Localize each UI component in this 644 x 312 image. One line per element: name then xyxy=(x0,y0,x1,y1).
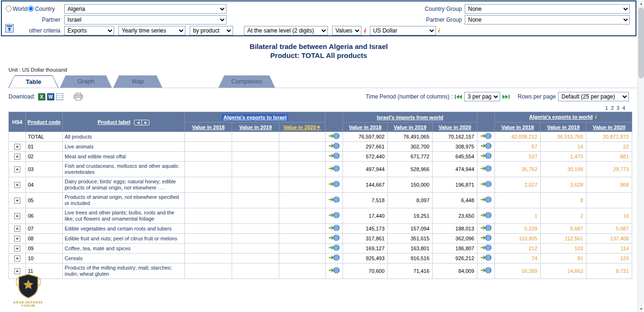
trade-globe-icon[interactable] xyxy=(481,152,492,159)
globe-link-cell[interactable] xyxy=(326,244,343,254)
time-period-select[interactable]: 3 per page xyxy=(464,92,500,101)
page-link[interactable]: 1 xyxy=(605,105,608,111)
globe-link-cell[interactable] xyxy=(477,208,495,224)
group-header-israel-imports-world[interactable]: Israel's imports from world xyxy=(343,112,477,123)
tab-table[interactable]: Table xyxy=(8,75,59,88)
globe-link-cell[interactable] xyxy=(477,162,495,177)
download-text-icon[interactable] xyxy=(56,93,63,100)
product-label-text[interactable]: Product label xyxy=(98,119,131,125)
scrollbar-thumb[interactable] xyxy=(638,8,644,78)
trade-globe-icon[interactable] xyxy=(329,152,340,159)
globe-link-cell[interactable] xyxy=(326,254,343,263)
tab-graph[interactable]: Graph xyxy=(60,75,112,88)
globe-link-cell[interactable] xyxy=(326,152,343,162)
trade-flow-select[interactable]: Exports xyxy=(64,26,114,35)
trade-globe-icon[interactable] xyxy=(481,165,492,172)
trade-globe-icon[interactable] xyxy=(329,224,340,231)
globe-link-cell[interactable] xyxy=(477,224,495,234)
next-period-icon[interactable] xyxy=(502,94,510,99)
globe-link-cell[interactable] xyxy=(326,208,343,224)
trade-globe-icon[interactable] xyxy=(481,132,492,140)
trade-globe-icon[interactable] xyxy=(329,132,340,140)
column-pager-icon[interactable]: ◄► xyxy=(134,120,150,125)
trade-globe-icon[interactable] xyxy=(329,165,340,172)
trade-globe-icon[interactable] xyxy=(481,196,492,203)
group-header-algeria-exports-world[interactable]: Algeria's exports to world i xyxy=(495,112,632,123)
globe-link-cell[interactable] xyxy=(326,263,343,279)
year-column-header[interactable]: Value in 2019 xyxy=(388,123,433,132)
pager-right-icon[interactable]: ► xyxy=(142,120,148,125)
country-group-select[interactable]: None xyxy=(465,4,630,14)
globe-link-cell[interactable] xyxy=(326,132,343,142)
trade-globe-icon[interactable] xyxy=(329,212,340,219)
sorted-year-column-header[interactable]: Value in 2020▼ xyxy=(279,123,326,132)
expand-button[interactable]: + xyxy=(14,246,20,252)
country-radio-option[interactable]: Country xyxy=(28,6,55,12)
year-column-header[interactable]: Value in 2018 xyxy=(495,123,541,132)
trade-globe-icon[interactable] xyxy=(481,224,492,231)
values-select[interactable]: Values xyxy=(332,26,361,35)
pager-left-icon[interactable]: ◄ xyxy=(136,120,140,125)
trade-globe-icon[interactable] xyxy=(329,196,340,203)
expand-button[interactable]: + xyxy=(14,166,20,172)
globe-link-cell[interactable] xyxy=(477,263,495,279)
trade-globe-icon[interactable] xyxy=(481,181,492,188)
trade-globe-icon[interactable] xyxy=(329,254,340,261)
expand-button[interactable]: + xyxy=(14,182,20,188)
trade-globe-icon[interactable] xyxy=(329,234,340,241)
group-header-algeria-exports-israel[interactable]: Algeria's exports to Israel xyxy=(185,112,326,123)
globe-link-cell[interactable] xyxy=(477,254,495,263)
page-link[interactable]: 3 xyxy=(617,105,619,111)
col-header-product-code[interactable]: Product code xyxy=(26,112,63,132)
tab-map[interactable]: Map xyxy=(113,75,162,88)
time-series-select[interactable]: Yearly time series xyxy=(118,26,185,35)
expand-button[interactable]: + xyxy=(14,255,20,262)
rows-per-page-select[interactable]: Default (25 per page) xyxy=(558,92,629,101)
print-icon[interactable] xyxy=(74,93,83,100)
expand-button[interactable]: + xyxy=(14,144,20,150)
globe-link-cell[interactable] xyxy=(477,132,495,142)
country-radio[interactable] xyxy=(28,6,34,12)
year-column-header[interactable]: Value in 2020 xyxy=(586,123,632,132)
currency-info-icon[interactable]: i xyxy=(437,27,441,34)
globe-link-cell[interactable] xyxy=(326,142,343,152)
currency-select[interactable]: US Dollar xyxy=(370,26,436,35)
year-column-header[interactable]: Value in 2018 xyxy=(185,123,232,132)
globe-link-cell[interactable] xyxy=(477,244,495,254)
globe-link-cell[interactable] xyxy=(326,177,343,193)
partner-group-select[interactable]: None xyxy=(465,15,630,25)
world-radio[interactable] xyxy=(6,6,12,12)
download-word-icon[interactable]: W xyxy=(47,93,54,100)
trade-globe-icon[interactable] xyxy=(329,244,340,251)
scroll-down-button[interactable]: ▼ xyxy=(638,305,644,312)
trade-globe-icon[interactable] xyxy=(329,267,340,274)
vertical-scrollbar[interactable]: ▲ ▼ xyxy=(637,0,644,312)
values-info-icon[interactable]: i xyxy=(363,27,367,34)
trade-globe-icon[interactable] xyxy=(481,267,492,274)
year-column-header[interactable]: Value in 2020 xyxy=(433,123,477,132)
globe-link-cell[interactable] xyxy=(326,234,343,244)
aggregation-level-select[interactable]: At the same level (2 digits) xyxy=(244,26,328,35)
expand-button[interactable]: + xyxy=(14,213,20,219)
globe-link-cell[interactable] xyxy=(477,193,495,208)
world-radio-option[interactable]: World xyxy=(6,6,27,12)
download-excel-icon[interactable]: X xyxy=(38,93,45,100)
collapse-panel-icon[interactable] xyxy=(5,24,14,33)
group3-info-icon[interactable]: i xyxy=(594,114,597,120)
expand-button[interactable]: + xyxy=(14,226,20,232)
scroll-up-button[interactable]: ▲ xyxy=(638,0,644,7)
previous-period-icon[interactable] xyxy=(455,94,462,99)
page-link[interactable]: 2 xyxy=(611,105,614,111)
page-link[interactable]: 4 xyxy=(622,105,625,111)
expand-button[interactable]: + xyxy=(14,154,20,160)
trade-globe-icon[interactable] xyxy=(481,254,492,261)
trade-globe-icon[interactable] xyxy=(329,181,340,188)
trade-globe-icon[interactable] xyxy=(481,142,492,149)
group3-title[interactable]: Algeria's exports to world xyxy=(529,114,593,120)
group1-title[interactable]: Algeria's exports to Israel xyxy=(222,114,288,121)
globe-link-cell[interactable] xyxy=(326,162,343,177)
partner-select[interactable]: Israel xyxy=(64,15,226,25)
globe-link-cell[interactable] xyxy=(477,234,495,244)
trade-globe-icon[interactable] xyxy=(481,234,492,241)
expand-button[interactable]: + xyxy=(14,236,20,242)
